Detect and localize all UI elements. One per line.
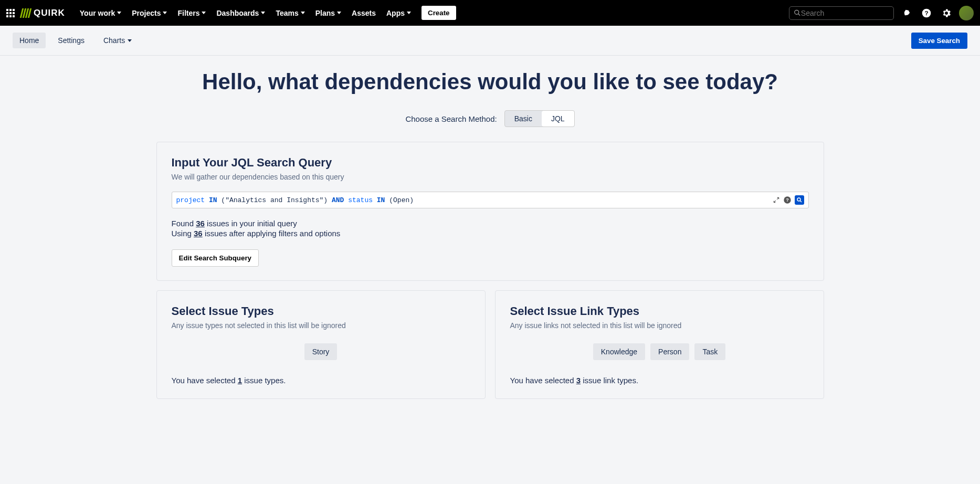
logo-bars-icon <box>21 8 30 18</box>
expand-icon[interactable] <box>773 196 780 204</box>
top-nav-right: ? <box>789 6 974 20</box>
svg-text:?: ? <box>786 198 788 203</box>
search-method-toggle: BasicJQL <box>504 110 575 127</box>
found-status: Found 36 issues in your initial query <box>172 219 809 228</box>
chevron-down-icon <box>117 12 121 14</box>
help-icon[interactable]: ? <box>919 6 934 20</box>
issue-type-chip-story[interactable]: Story <box>304 343 338 360</box>
hero-heading: Hello, what dependencies would you like … <box>156 69 824 94</box>
nav-item-plans[interactable]: Plans <box>310 6 346 20</box>
issue-types-chips: Story <box>172 343 470 360</box>
edit-subquery-button[interactable]: Edit Search Subquery <box>172 249 259 267</box>
issue-types-sub: Any issue types not selected in this lis… <box>172 321 470 330</box>
chevron-down-icon <box>202 12 206 14</box>
link-types-panel: Select Issue Link Types Any issue links … <box>495 290 824 399</box>
svg-text:?: ? <box>924 9 928 16</box>
nav-item-your-work[interactable]: Your work <box>75 6 127 20</box>
sub-nav-tabs: HomeSettingsCharts <box>13 33 139 48</box>
link-type-chip-person[interactable]: Person <box>650 343 689 360</box>
subtab-settings[interactable]: Settings <box>51 33 91 48</box>
chevron-down-icon <box>301 12 305 14</box>
chevron-down-icon <box>407 12 411 14</box>
nav-item-projects[interactable]: Projects <box>127 6 172 20</box>
product-logo[interactable]: QUIRK <box>21 8 65 18</box>
jql-input-box[interactable]: project IN ("Analytics and Insights") AN… <box>172 192 809 208</box>
svg-point-0 <box>795 10 799 14</box>
nav-item-teams[interactable]: Teams <box>270 6 310 20</box>
run-search-icon[interactable] <box>795 195 804 205</box>
nav-item-apps[interactable]: Apps <box>381 6 416 20</box>
nav-item-dashboards[interactable]: Dashboards <box>211 6 270 20</box>
chevron-down-icon <box>261 12 265 14</box>
chevron-down-icon <box>163 12 167 14</box>
save-search-button[interactable]: Save Search <box>911 33 967 49</box>
top-nav: QUIRK Your workProjectsFiltersDashboards… <box>0 0 980 26</box>
logo-text: QUIRK <box>34 8 65 18</box>
link-types-chips: KnowledgePersonTask <box>510 343 809 360</box>
link-types-sub: Any issue links not selected in this lis… <box>510 321 809 330</box>
issue-types-panel: Select Issue Types Any issue types not s… <box>156 290 486 399</box>
subtab-charts[interactable]: Charts <box>97 33 139 48</box>
jql-help-icon[interactable]: ? <box>783 196 792 204</box>
global-search[interactable] <box>789 6 894 20</box>
main-content: Hello, what dependencies would you like … <box>144 56 837 420</box>
method-option-basic[interactable]: Basic <box>505 111 542 127</box>
selector-columns: Select Issue Types Any issue types not s… <box>156 290 824 399</box>
search-icon <box>794 9 801 17</box>
sub-nav: HomeSettingsCharts Save Search <box>0 26 980 56</box>
issue-types-count: You have selected 1 issue types. <box>172 376 470 385</box>
svg-line-1 <box>798 14 800 15</box>
chevron-down-icon <box>337 12 341 14</box>
search-input[interactable] <box>801 9 889 17</box>
jql-panel: Input Your JQL Search Query We will gath… <box>156 142 824 281</box>
chevron-down-icon <box>128 39 132 42</box>
top-nav-left: QUIRK Your workProjectsFiltersDashboards… <box>6 6 456 20</box>
nav-item-filters[interactable]: Filters <box>172 6 211 20</box>
user-avatar[interactable] <box>959 6 974 20</box>
search-method-label: Choose a Search Method: <box>405 114 497 123</box>
nav-item-assets[interactable]: Assets <box>346 6 381 20</box>
link-type-chip-knowledge[interactable]: Knowledge <box>593 343 645 360</box>
create-button[interactable]: Create <box>421 6 456 20</box>
link-type-chip-task[interactable]: Task <box>694 343 725 360</box>
jql-query-text: project IN ("Analytics and Insights") AN… <box>176 196 770 204</box>
settings-icon[interactable] <box>939 6 954 20</box>
app-switcher-icon[interactable] <box>6 9 15 17</box>
jql-title: Input Your JQL Search Query <box>172 156 809 170</box>
svg-line-7 <box>800 201 802 202</box>
using-status: Using 36 issues after applying filters a… <box>172 229 809 238</box>
method-option-jql[interactable]: JQL <box>542 111 574 127</box>
subtab-home[interactable]: Home <box>13 33 46 48</box>
search-method-row: Choose a Search Method: BasicJQL <box>156 110 824 127</box>
notifications-icon[interactable] <box>899 6 914 20</box>
issue-types-title: Select Issue Types <box>172 304 470 318</box>
link-types-title: Select Issue Link Types <box>510 304 809 318</box>
link-types-count: You have selected 3 issue link types. <box>510 376 809 385</box>
jql-subtitle: We will gather our dependencies based on… <box>172 173 809 181</box>
